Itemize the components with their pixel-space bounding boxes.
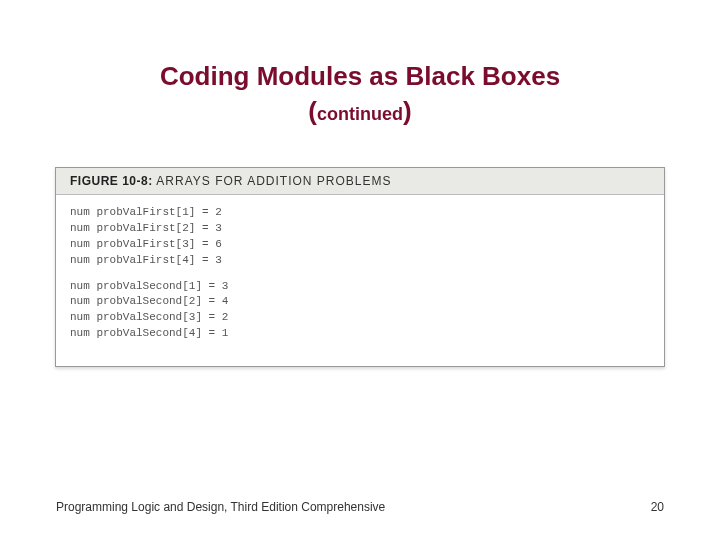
figure-label: FIGURE 10-8: [70, 174, 153, 188]
figure-box: FIGURE 10-8: ARRAYS FOR ADDITION PROBLEM… [55, 167, 665, 368]
page-number: 20 [651, 500, 664, 514]
slide-title: Coding Modules as Black Boxes (continued… [50, 60, 670, 127]
code-line: num probValSecond[1] = 3 [70, 279, 650, 295]
code-line: num probValFirst[3] = 6 [70, 237, 650, 253]
title-continued: continued [317, 104, 403, 124]
slide: Coding Modules as Black Boxes (continued… [0, 0, 720, 540]
code-line: num probValSecond[4] = 1 [70, 326, 650, 342]
paren-close: ) [403, 96, 412, 126]
title-main: Coding Modules as Black Boxes [50, 60, 670, 94]
figure-body: num probValFirst[1] = 2 num probValFirst… [56, 195, 664, 367]
code-line: num probValSecond[3] = 2 [70, 310, 650, 326]
code-group-1: num probValFirst[1] = 2 num probValFirst… [70, 205, 650, 269]
footer-text: Programming Logic and Design, Third Edit… [56, 500, 385, 514]
code-line: num probValFirst[4] = 3 [70, 253, 650, 269]
footer: Programming Logic and Design, Third Edit… [56, 500, 664, 514]
code-line: num probValFirst[1] = 2 [70, 205, 650, 221]
paren-open: ( [308, 96, 317, 126]
code-line: num probValSecond[2] = 4 [70, 294, 650, 310]
figure-header: FIGURE 10-8: ARRAYS FOR ADDITION PROBLEM… [56, 168, 664, 195]
code-line: num probValFirst[2] = 3 [70, 221, 650, 237]
figure-caption: ARRAYS FOR ADDITION PROBLEMS [156, 174, 391, 188]
code-group-2: num probValSecond[1] = 3 num probValSeco… [70, 279, 650, 343]
title-sub: (continued) [50, 96, 670, 127]
